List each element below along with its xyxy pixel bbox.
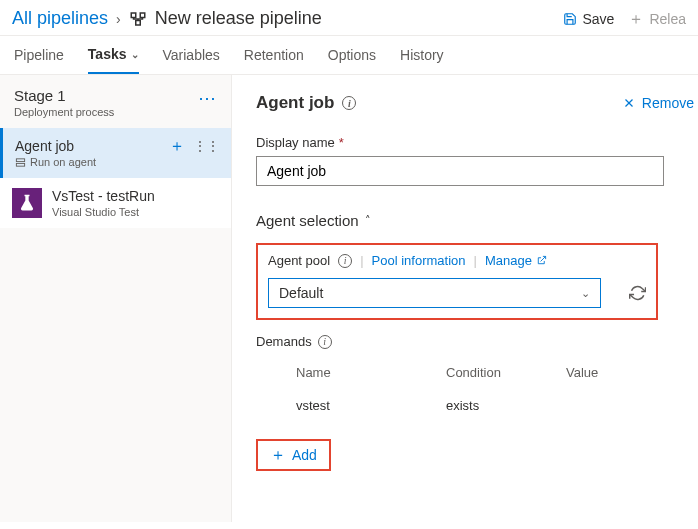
col-value: Value bbox=[566, 365, 646, 380]
agent-job-subtitle: Run on agent bbox=[15, 156, 96, 168]
header: All pipelines › New release pipeline Sav… bbox=[0, 0, 698, 36]
agent-selection-label: Agent selection bbox=[256, 212, 359, 229]
chevron-up-icon: ˄ bbox=[365, 214, 371, 227]
separator: | bbox=[474, 253, 477, 268]
demands-table: Name Condition Value vstest exists bbox=[256, 359, 652, 421]
table-row[interactable]: vstest exists bbox=[256, 390, 652, 421]
separator: | bbox=[360, 253, 363, 268]
agent-pool-value: Default bbox=[279, 285, 323, 301]
agent-pool-label: Agent pool bbox=[268, 253, 330, 268]
cell-condition: exists bbox=[446, 398, 566, 413]
task-subtitle: Visual Studio Test bbox=[52, 206, 155, 218]
left-panel: Stage 1 Deployment process ⋯ Agent job R… bbox=[0, 75, 232, 522]
flask-icon bbox=[12, 188, 42, 218]
display-name-label: Display name bbox=[256, 135, 335, 150]
save-icon bbox=[563, 12, 577, 26]
info-icon[interactable]: i bbox=[338, 254, 352, 268]
tab-tasks-label: Tasks bbox=[88, 46, 127, 62]
remove-label: Remove bbox=[642, 95, 694, 111]
agent-pool-select[interactable]: Default ⌄ bbox=[268, 278, 601, 308]
agent-pool-section: Agent pool i | Pool information | Manage… bbox=[256, 243, 658, 320]
demands-header: Name Condition Value bbox=[256, 359, 652, 390]
toolbar: Save ＋ Relea bbox=[563, 11, 686, 27]
display-name-field: Display name * bbox=[256, 135, 698, 186]
display-name-input[interactable] bbox=[256, 156, 664, 186]
drag-handle-icon[interactable]: ⋮⋮ bbox=[193, 139, 219, 153]
save-button[interactable]: Save bbox=[563, 11, 614, 27]
tab-options[interactable]: Options bbox=[328, 36, 376, 74]
tab-tasks[interactable]: Tasks ⌄ bbox=[88, 36, 139, 74]
release-label: Relea bbox=[649, 11, 686, 27]
breadcrumb-root-link[interactable]: All pipelines bbox=[12, 8, 108, 29]
save-label: Save bbox=[582, 11, 614, 27]
body: Stage 1 Deployment process ⋯ Agent job R… bbox=[0, 75, 698, 522]
breadcrumb: All pipelines › New release pipeline bbox=[12, 8, 322, 29]
manage-link[interactable]: Manage bbox=[485, 253, 547, 268]
demands-label-row: Demands i bbox=[256, 334, 698, 349]
panel-heading: Agent job i bbox=[256, 93, 356, 113]
svg-rect-4 bbox=[16, 163, 24, 166]
task-item-vstest[interactable]: VsTest - testRun Visual Studio Test bbox=[0, 178, 231, 228]
refresh-button[interactable] bbox=[629, 284, 646, 302]
close-icon bbox=[622, 96, 636, 110]
add-label: Add bbox=[292, 447, 317, 463]
panel-heading-text: Agent job bbox=[256, 93, 334, 113]
svg-rect-2 bbox=[135, 20, 140, 25]
pool-information-link[interactable]: Pool information bbox=[372, 253, 466, 268]
stage-subtitle: Deployment process bbox=[14, 106, 114, 118]
right-panel: Agent job i Remove Display name * Agent … bbox=[232, 75, 698, 522]
required-asterisk: * bbox=[339, 135, 344, 150]
info-icon[interactable]: i bbox=[342, 96, 356, 110]
remove-button[interactable]: Remove bbox=[622, 95, 698, 111]
add-task-button[interactable]: ＋ bbox=[169, 138, 185, 154]
plus-icon: ＋ bbox=[270, 447, 286, 463]
page-title: New release pipeline bbox=[155, 8, 322, 29]
chevron-right-icon: › bbox=[116, 11, 121, 27]
cell-name: vstest bbox=[296, 398, 446, 413]
stage-header[interactable]: Stage 1 Deployment process ⋯ bbox=[0, 75, 231, 128]
stage-title: Stage 1 bbox=[14, 87, 114, 104]
chevron-down-icon: ⌄ bbox=[131, 49, 139, 60]
agent-selection-toggle[interactable]: Agent selection ˄ bbox=[256, 212, 698, 229]
more-actions-button[interactable]: ⋯ bbox=[198, 87, 217, 109]
col-condition: Condition bbox=[446, 365, 566, 380]
plus-icon: ＋ bbox=[628, 11, 644, 27]
external-link-icon bbox=[536, 255, 547, 266]
agent-job-sub-text: Run on agent bbox=[30, 156, 96, 168]
server-icon bbox=[15, 157, 26, 168]
add-demand-button[interactable]: ＋ Add bbox=[256, 439, 331, 471]
chevron-down-icon: ⌄ bbox=[581, 287, 590, 300]
tab-retention[interactable]: Retention bbox=[244, 36, 304, 74]
tab-pipeline[interactable]: Pipeline bbox=[14, 36, 64, 74]
release-button[interactable]: ＋ Relea bbox=[628, 11, 686, 27]
info-icon[interactable]: i bbox=[318, 335, 332, 349]
agent-job-title: Agent job bbox=[15, 138, 96, 154]
tab-variables[interactable]: Variables bbox=[163, 36, 220, 74]
tab-history[interactable]: History bbox=[400, 36, 444, 74]
agent-job-item[interactable]: Agent job Run on agent ＋ ⋮⋮ bbox=[0, 128, 231, 178]
svg-rect-3 bbox=[16, 158, 24, 161]
col-name: Name bbox=[296, 365, 446, 380]
task-title: VsTest - testRun bbox=[52, 188, 155, 204]
svg-rect-1 bbox=[140, 13, 145, 18]
pipeline-icon bbox=[129, 10, 147, 28]
manage-label: Manage bbox=[485, 253, 532, 268]
cell-value bbox=[566, 398, 646, 413]
demands-label: Demands bbox=[256, 334, 312, 349]
tabs: Pipeline Tasks ⌄ Variables Retention Opt… bbox=[0, 36, 698, 75]
svg-rect-0 bbox=[131, 13, 136, 18]
